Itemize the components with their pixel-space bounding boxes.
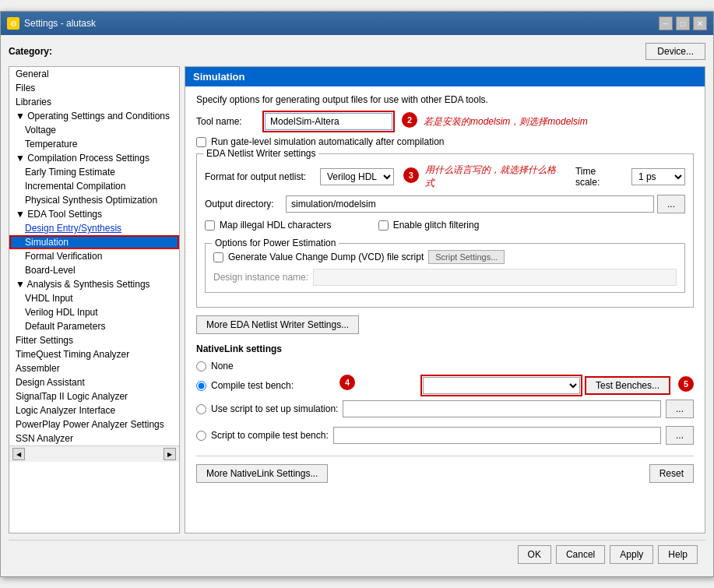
timescale-dropdown[interactable]: 1 ps 10 ps 100 ps 1 ns: [631, 168, 685, 185]
sidebar-item-compilation-process[interactable]: ▼ Compilation Process Settings: [9, 151, 179, 165]
sidebar-item-assembler[interactable]: Assembler: [9, 361, 179, 375]
sidebar-item-verilog-hdl-input[interactable]: Verilog HDL Input: [9, 305, 179, 319]
apply-button[interactable]: Apply: [610, 545, 653, 564]
design-instance-input: [313, 269, 677, 286]
panel-header: Simulation: [185, 67, 705, 86]
compile-test-label: Compile test bench:: [211, 380, 294, 391]
nativelink-label: NativeLink settings: [196, 343, 694, 354]
nativelink-section: NativeLink settings None Compile test be…: [196, 343, 694, 448]
none-label: None: [211, 361, 234, 371]
enable-glitch-label: Enable glitch filtering: [393, 220, 480, 231]
sidebar-item-vhdl-input[interactable]: VHDL Input: [9, 291, 179, 305]
footer: OK Cancel Apply Help: [9, 540, 705, 569]
panel-body: Specify options for generating output fi…: [185, 86, 705, 533]
title-bar-left: ⚙ Settings - alutask: [7, 17, 96, 30]
separator: [196, 456, 694, 456]
panel-description: Specify options for generating output fi…: [196, 94, 694, 105]
map-illegal-label: Map illegal HDL characters: [220, 220, 332, 231]
annotation-3-badge: 3: [403, 167, 419, 183]
sidebar-item-logic-analyzer[interactable]: Logic Analyzer Interface: [9, 403, 179, 417]
eda-group: EDA Netlist Writer settings Format for o…: [196, 153, 694, 308]
sidebar-item-incremental[interactable]: Incremental Compilation: [9, 179, 179, 193]
right-panel: Simulation Specify options for generatin…: [185, 66, 705, 533]
ok-button[interactable]: OK: [518, 545, 551, 564]
use-script-browse-button[interactable]: ...: [666, 400, 694, 418]
compile-test-dropdown[interactable]: [423, 377, 580, 394]
sidebar-item-temperature[interactable]: Temperature: [9, 137, 179, 151]
help-button[interactable]: Help: [658, 545, 698, 564]
sidebar-item-eda-tool[interactable]: ▼ EDA Tool Settings: [9, 207, 179, 221]
category-label: Category:: [9, 46, 52, 57]
sidebar-item-general[interactable]: General: [9, 67, 179, 81]
compile-test-radio[interactable]: [196, 381, 206, 391]
generate-vcd-checkbox[interactable]: [213, 252, 223, 262]
sidebar: General Files Libraries ▼ Operating Sett…: [9, 66, 180, 533]
scroll-left-button[interactable]: ◀: [12, 448, 25, 460]
window-body: Category: Device... General Files Librar…: [1, 35, 713, 576]
maximize-button[interactable]: □: [676, 16, 690, 30]
device-button[interactable]: Device...: [645, 43, 705, 60]
use-script-row: Use script to set up simulation: ...: [196, 400, 694, 418]
sidebar-item-libraries[interactable]: Libraries: [9, 95, 179, 109]
sidebar-item-analysis-synthesis[interactable]: ▼ Analysis & Synthesis Settings: [9, 277, 179, 291]
sidebar-item-simulation[interactable]: Simulation: [9, 235, 179, 249]
sidebar-item-design-entry[interactable]: Design Entry/Synthesis: [9, 221, 179, 235]
sidebar-item-timequest[interactable]: TimeQuest Timing Analyzer: [9, 347, 179, 361]
annotation-5-badge: 5: [678, 376, 694, 392]
sidebar-item-ssn[interactable]: SSN Analyzer: [9, 431, 179, 445]
sidebar-item-physical-synthesis[interactable]: Physical Synthesis Optimization: [9, 193, 179, 207]
run-gate-checkbox[interactable]: [196, 137, 206, 147]
close-button[interactable]: ✕: [693, 16, 707, 30]
more-eda-button[interactable]: More EDA Netlist Writer Settings...: [196, 315, 359, 334]
use-script-radio[interactable]: [196, 404, 206, 414]
output-dir-input[interactable]: [286, 195, 654, 213]
sidebar-item-early-timing[interactable]: Early Timing Estimate: [9, 165, 179, 179]
format-row: Format for output netlist: Verilog HDL V…: [205, 164, 685, 190]
design-instance-row: Design instance name:: [213, 269, 677, 286]
sidebar-item-default-parameters[interactable]: Default Parameters: [9, 319, 179, 333]
map-illegal-checkbox[interactable]: [205, 220, 215, 231]
run-gate-row: Run gate-level simulation automatically …: [196, 136, 694, 147]
sidebar-item-signaltap[interactable]: SignalTap II Logic Analyzer: [9, 389, 179, 403]
use-script-input[interactable]: [343, 400, 661, 417]
more-nativelink-button[interactable]: More NativeLink Settings...: [196, 464, 328, 483]
sidebar-item-fitter[interactable]: Fitter Settings: [9, 333, 179, 347]
sidebar-item-voltage[interactable]: Voltage: [9, 123, 179, 137]
window-title: Settings - alutask: [24, 18, 96, 29]
enable-glitch-checkbox[interactable]: [378, 220, 389, 231]
tool-name-label: Tool name:: [196, 116, 259, 127]
generate-vcd-label: Generate Value Change Dump (VCD) file sc…: [228, 252, 424, 262]
sidebar-item-formal-verification[interactable]: Formal Verification: [9, 249, 179, 263]
format-dropdown[interactable]: Verilog HDL VHDL: [320, 168, 394, 185]
power-group-title: Options for Power Estimation: [212, 238, 339, 248]
script-settings-button[interactable]: Script Settings...: [428, 250, 505, 264]
timescale-label: Time scale:: [575, 166, 622, 188]
sidebar-item-files[interactable]: Files: [9, 81, 179, 95]
annotation-2-badge: 2: [402, 112, 417, 128]
script-compile-radio[interactable]: [196, 431, 206, 441]
test-benches-button[interactable]: Test Benches...: [585, 376, 670, 395]
main-content: General Files Libraries ▼ Operating Sett…: [9, 66, 705, 533]
sidebar-item-powerplay[interactable]: PowerPlay Power Analyzer Settings: [9, 417, 179, 431]
reset-button[interactable]: Reset: [649, 464, 694, 483]
scroll-right-button[interactable]: ▶: [164, 448, 176, 460]
tool-name-input[interactable]: [265, 113, 392, 130]
output-dir-label: Output directory:: [205, 199, 283, 209]
sidebar-item-board-level[interactable]: Board-Level: [9, 263, 179, 277]
title-bar-controls: ─ □ ✕: [659, 16, 707, 30]
use-script-label: Use script to set up simulation:: [211, 403, 338, 414]
map-illegal-row: Map illegal HDL characters: [205, 220, 332, 231]
script-compile-browse-button[interactable]: ...: [666, 426, 694, 445]
cancel-button[interactable]: Cancel: [556, 545, 605, 564]
app-icon: ⚙: [7, 17, 19, 30]
output-dir-browse-button[interactable]: ...: [657, 195, 685, 213]
sidebar-item-operating-settings[interactable]: ▼ Operating Settings and Conditions: [9, 109, 179, 123]
tool-name-row: Tool name: 2 若是安装的modelsim，则选择modelsim: [196, 113, 694, 130]
none-radio[interactable]: [196, 361, 206, 371]
minimize-button[interactable]: ─: [659, 16, 673, 30]
script-compile-input[interactable]: [333, 427, 661, 444]
sidebar-item-design-assistant[interactable]: Design Assistant: [9, 375, 179, 389]
annotation-2-text: 若是安装的modelsim，则选择modelsim: [424, 115, 588, 129]
power-group-content: Generate Value Change Dump (VCD) file sc…: [213, 250, 677, 286]
two-col-checks: Map illegal HDL characters Enable glitch…: [205, 220, 685, 237]
